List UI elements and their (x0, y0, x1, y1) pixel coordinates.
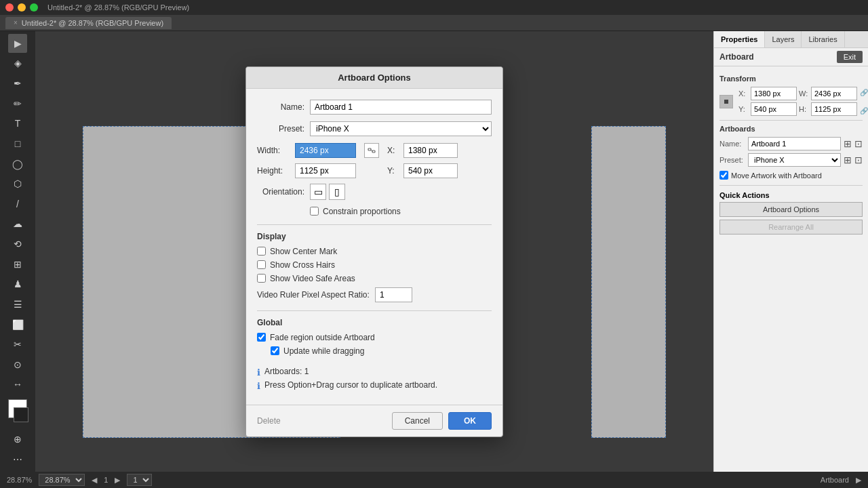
constrain-row: Constrain proportions (310, 207, 492, 216)
video-safe-checkbox[interactable] (257, 274, 266, 283)
width-label: Width: (257, 146, 291, 155)
stroke-color[interactable] (14, 407, 28, 422)
quick-actions-title: Quick Actions (719, 191, 863, 199)
transform-y-input[interactable] (751, 102, 797, 116)
select-tool[interactable]: ▶ (8, 34, 27, 53)
global-section: Global Fade region outside Artboard Upda… (257, 318, 492, 356)
preset-select[interactable]: iPhone X (310, 121, 492, 136)
rectangle-tool[interactable]: □ (8, 134, 27, 153)
direct-select-tool[interactable]: ◈ (8, 54, 27, 73)
page-select[interactable]: 1 (127, 474, 152, 486)
warp-tool[interactable]: ♟ (8, 275, 27, 294)
height-group: Height: (257, 163, 356, 178)
x-group: X: (387, 143, 458, 158)
video-ruler-label: Video Ruler Pixel Aspect Ratio: (257, 290, 370, 300)
exit-button[interactable]: Exit (837, 51, 863, 63)
svg-line-2 (371, 149, 372, 151)
ellipse-tool[interactable]: ◯ (8, 155, 27, 174)
transform-h-input[interactable] (811, 102, 857, 116)
pencil-tool[interactable]: ✏ (8, 94, 27, 113)
pen-tool[interactable]: ✒ (8, 74, 27, 93)
x-input[interactable] (403, 143, 458, 158)
panel-name-input[interactable] (748, 137, 841, 150)
portrait-btn[interactable]: ▭ (310, 184, 326, 200)
rearrange-button[interactable]: Rearrange All (719, 220, 863, 235)
artboard-options-dialog: Artboard Options Name: Preset: iPhone X (245, 66, 503, 437)
delete-button[interactable]: Delete (257, 416, 281, 426)
close-button[interactable] (5, 3, 14, 12)
tab-libraries[interactable]: Libraries (802, 31, 844, 47)
artboard-preset-row: Preset: iPhone X ⊞ ⊡ (719, 153, 863, 167)
hand-tool[interactable]: ↔ (8, 375, 27, 394)
panel-preset-select[interactable]: iPhone X (748, 153, 841, 167)
constrain-checkbox[interactable] (310, 207, 319, 216)
width-input[interactable] (295, 143, 356, 158)
landscape-btn[interactable]: ▯ (329, 184, 345, 200)
transform-controls: X: W: Y: H: (719, 87, 863, 116)
zoom-tool[interactable]: ⊙ (8, 355, 27, 374)
artboard-tool[interactable]: ⊕ (8, 430, 27, 449)
constrain-label: Constrain proportions (323, 207, 401, 216)
orientation-row: Orientation: ▭ ▯ (257, 184, 492, 200)
cross-hairs-checkbox[interactable] (257, 260, 266, 269)
blob-brush-tool[interactable]: ☁ (8, 215, 27, 234)
panel-icon1[interactable]: ⊞ (844, 138, 852, 149)
cross-hairs-label: Show Cross Hairs (270, 260, 335, 270)
line-tool[interactable]: / (8, 195, 27, 214)
transform-x-input[interactable] (751, 87, 797, 100)
link-chain-icon[interactable] (364, 143, 379, 158)
artboard-label: Artboard (719, 52, 754, 62)
svg-rect-1 (372, 150, 375, 152)
preset-row: Preset: iPhone X (257, 121, 492, 136)
center-mark-checkbox[interactable] (257, 247, 266, 256)
type-tool[interactable]: T (8, 115, 27, 134)
document-tab[interactable]: × Untitled-2* @ 28.87% (RGB/GPU Preview) (5, 17, 172, 29)
update-dragging-checkbox[interactable] (271, 346, 279, 355)
transform-box-icon[interactable] (719, 95, 733, 108)
video-ruler-input[interactable] (375, 287, 412, 302)
global-title: Global (257, 318, 492, 327)
panel-preset-icon1[interactable]: ⊞ (844, 155, 852, 165)
right-panel: Properties Layers Libraries Artboard Exi… (713, 31, 868, 472)
rotate-tool[interactable]: ⟲ (8, 235, 27, 253)
transform-title: Transform (719, 75, 863, 83)
tab-properties[interactable]: Properties (714, 31, 765, 47)
divider1 (719, 120, 863, 121)
info-icon2: ℹ (257, 381, 260, 391)
dialog-footer: Delete Cancel OK (246, 405, 502, 436)
artboards-count-text: Artboards: 1 (264, 367, 309, 376)
minimize-button[interactable] (18, 3, 26, 12)
artboard-options-button[interactable]: Artboard Options (719, 202, 863, 217)
transform-w-label: W: (799, 89, 810, 98)
panel-icon2[interactable]: ⊡ (854, 138, 863, 149)
panel-preset-icon2[interactable]: ⊡ (854, 155, 863, 165)
transform-tool[interactable]: ⊞ (8, 255, 27, 274)
fade-region-checkbox[interactable] (257, 333, 266, 342)
tab-layers[interactable]: Layers (765, 31, 802, 47)
mode-toggle[interactable]: ▶ (856, 476, 861, 485)
video-ruler-row: Video Ruler Pixel Aspect Ratio: (257, 287, 492, 302)
prev-page-btn[interactable]: ◀ (92, 476, 97, 485)
height-input[interactable] (295, 163, 356, 178)
scissors-tool[interactable]: ✂ (8, 335, 27, 354)
transform-w: W: (799, 87, 857, 100)
maximize-button[interactable] (30, 3, 38, 12)
star-tool[interactable]: ⬡ (8, 174, 27, 193)
transform-w-input[interactable] (811, 87, 857, 100)
next-page-btn[interactable]: ▶ (115, 476, 120, 485)
width-tool[interactable]: ☰ (8, 295, 27, 314)
zoom-select[interactable]: 28.87% (39, 474, 85, 486)
tb-dot-9 (728, 104, 732, 108)
mode-label: Artboard (821, 476, 849, 484)
tab-close-icon[interactable]: × (14, 19, 18, 26)
y-input[interactable] (403, 163, 458, 178)
ok-button[interactable]: OK (448, 412, 492, 430)
more-tools[interactable]: ⋯ (8, 450, 27, 469)
move-artwork-checkbox[interactable] (719, 171, 728, 180)
eyedropper-tool[interactable]: ⬜ (8, 315, 27, 334)
name-input[interactable] (310, 100, 492, 115)
cancel-button[interactable]: Cancel (392, 412, 443, 430)
video-safe-label: Show Video Safe Areas (270, 274, 355, 283)
transform-h-label: H: (799, 105, 810, 113)
move-artwork-row: Move Artwork with Artboard (719, 171, 863, 180)
